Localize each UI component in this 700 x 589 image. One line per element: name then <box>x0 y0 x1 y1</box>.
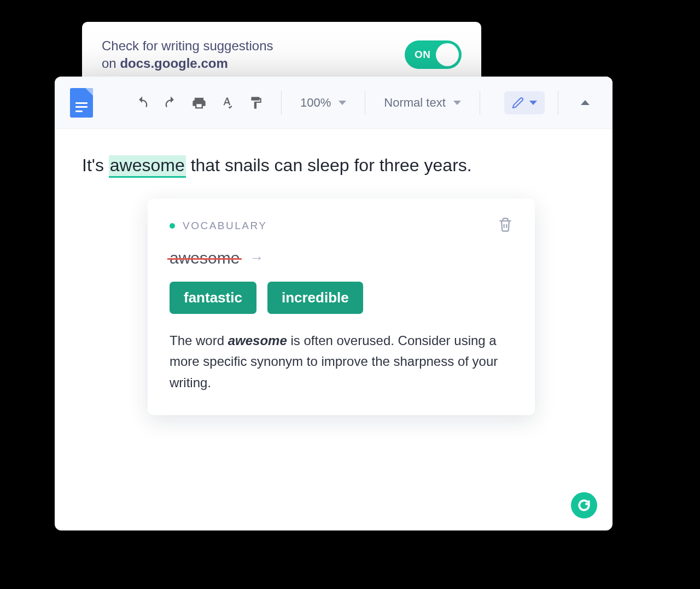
toolbar-separator <box>281 91 282 115</box>
text-before: It's <box>82 155 109 175</box>
dismiss-suggestion-button[interactable] <box>498 217 513 235</box>
suggestion-chip-0[interactable]: fantastic <box>170 282 256 314</box>
settings-description: Check for writing suggestions on docs.go… <box>102 37 273 73</box>
arrow-right-icon: → <box>249 249 264 266</box>
paint-format-button[interactable] <box>247 94 265 112</box>
spellcheck-button[interactable] <box>219 94 236 112</box>
chevron-up-icon <box>581 100 590 105</box>
original-word: awesome <box>170 249 240 267</box>
suggestion-alternatives: fantastic incredible <box>170 282 513 314</box>
category-dot-icon <box>170 223 175 229</box>
suggestion-explanation: The word awesome is often overused. Cons… <box>170 330 513 393</box>
highlighted-word[interactable]: awesome <box>109 155 186 178</box>
zoom-value: 100% <box>300 96 331 110</box>
original-word-row: awesome → <box>170 249 513 267</box>
chevron-down-icon <box>453 101 461 105</box>
zoom-dropdown[interactable]: 100% <box>295 96 352 110</box>
document-body[interactable]: It's awesome that snails can sleep for t… <box>55 129 612 439</box>
toggle-knob <box>436 43 459 66</box>
redo-button[interactable] <box>162 94 179 112</box>
toolbar-separator <box>480 91 480 115</box>
text-style-dropdown[interactable]: Normal text <box>378 96 466 110</box>
undo-button[interactable] <box>133 94 151 112</box>
print-button[interactable] <box>190 94 208 112</box>
explanation-emphasized-word: awesome <box>228 333 287 348</box>
docs-toolbar: 100% Normal text <box>55 77 612 129</box>
settings-line1: Check for writing suggestions <box>102 38 273 53</box>
settings-domain: docs.google.com <box>120 56 228 71</box>
text-after: that snails can sleep for three years. <box>186 155 472 175</box>
text-style-value: Normal text <box>384 96 445 110</box>
grammarly-badge-button[interactable] <box>571 492 597 518</box>
suggestion-card: VOCABULARY awesome → fantastic incredibl… <box>148 199 535 415</box>
toggle-label: ON <box>415 49 431 61</box>
docs-window: 100% Normal text It's awesome that snail… <box>55 77 612 530</box>
toolbar-separator <box>558 91 558 115</box>
chevron-down-icon <box>529 101 537 105</box>
toolbar-separator <box>365 91 365 115</box>
category-label: VOCABULARY <box>183 220 267 232</box>
pencil-icon <box>512 97 524 109</box>
editing-mode-button[interactable] <box>504 91 545 114</box>
collapse-toolbar-button[interactable] <box>576 94 594 112</box>
chevron-down-icon <box>339 101 346 105</box>
google-docs-logo-icon <box>70 88 93 118</box>
document-text: It's awesome that snails can sleep for t… <box>82 153 585 178</box>
suggestion-category: VOCABULARY <box>170 220 267 232</box>
suggestions-toggle[interactable]: ON <box>405 40 462 69</box>
grammarly-icon <box>576 497 592 514</box>
trash-icon <box>498 217 513 232</box>
suggestion-chip-1[interactable]: incredible <box>267 282 363 314</box>
settings-line2-prefix: on <box>102 56 120 71</box>
